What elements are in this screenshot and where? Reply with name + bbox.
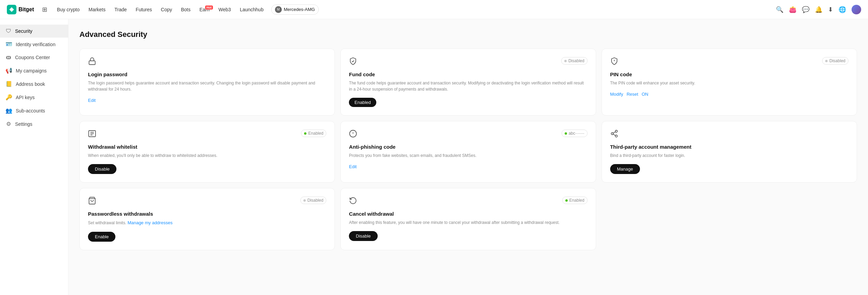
manage-addresses-link[interactable]: Manage my addresses [127,220,173,225]
sidebar-item-api-keys[interactable]: 🔑 API keys [0,91,68,104]
nav-markets[interactable]: Markets [84,5,110,14]
sponsor-link[interactable]: M Mercedes-AMG [271,4,319,15]
wallet-icon[interactable]: 👛 [789,6,796,13]
reset-button[interactable]: Reset [627,92,638,97]
status-dot [565,132,567,135]
nav-right-icons: 🔍 👛 💬 🔔 ⬇ 🌐 [776,5,861,14]
nav-copy[interactable]: Copy [157,5,176,14]
user-avatar[interactable] [852,5,861,14]
sidebar: 🛡 Security 🪪 Identity verification 🎟 Cou… [0,19,68,295]
users-icon: 👥 [5,107,12,114]
nav-buy-crypto[interactable]: Buy crypto [53,5,84,14]
password-icon [88,57,96,67]
status-label: Disabled [829,58,845,63]
status-disabled: Disabled [561,57,588,65]
sidebar-label-api-keys: API keys [16,95,35,100]
card-actions: Disable [349,231,587,241]
edit-button[interactable]: Edit [88,98,96,103]
card-desc: The PIN code will enhance your asset sec… [610,80,848,86]
address-book-icon: 📒 [5,81,12,87]
card-passwordless: Disabled Passwordless withdrawals Set wi… [79,188,335,250]
card-actions: Manage [610,164,848,174]
card-desc: The login password helps guarantee accou… [88,80,326,92]
card-actions: Modify Reset ON [610,92,848,97]
card-login-password: Login password The login password helps … [79,49,335,116]
svg-line-16 [613,132,615,133]
passwordless-icon [88,197,96,207]
card-desc: Protects you from fake websites, scam em… [349,152,587,159]
card-header: Disabled [349,57,587,67]
svg-rect-2 [89,61,95,65]
sidebar-item-address-book[interactable]: 📒 Address book [0,77,68,91]
page-title: Advanced Security [79,30,857,39]
manage-button[interactable]: Manage [610,164,640,174]
modify-button[interactable]: Modify [610,92,623,97]
sidebar-label-settings: Settings [15,121,33,127]
svg-line-15 [613,134,615,136]
card-header: Disabled [610,57,848,67]
card-header: Enabled [349,197,587,207]
card-header: Disabled [88,197,326,207]
sidebar-item-sub-accounts[interactable]: 👥 Sub-accounts [0,104,68,117]
settings-icon: ⚙ [5,121,12,127]
status-label: Enabled [308,131,323,136]
nav-trade[interactable]: Trade [110,5,131,14]
globe-icon[interactable]: 🌐 [839,6,846,13]
svg-point-1 [11,9,13,11]
nav-bots[interactable]: Bots [177,5,194,14]
card-actions: Edit [88,98,326,103]
edit-button[interactable]: Edit [349,164,356,169]
nav-launchhub[interactable]: Launchhub [236,5,267,14]
key-icon: 🔑 [5,94,12,100]
card-header [88,57,326,67]
nav-earn[interactable]: Earn Hot [196,5,214,14]
card-cancel-withdrawal: Enabled Cancel withdrawal After enabling… [340,188,596,250]
card-title: Login password [88,71,326,77]
card-title: PIN code [610,71,848,77]
disable-button[interactable]: Disable [88,164,116,174]
card-actions: Disable [88,164,326,174]
logo-text: Bitget [18,6,34,13]
download-icon[interactable]: ⬇ [828,6,833,13]
shield-icon: 🛡 [5,28,12,34]
main-layout: 🛡 Security 🪪 Identity verification 🎟 Cou… [0,19,868,295]
message-icon[interactable]: 💬 [802,6,809,13]
card-title: Third-party account management [610,144,848,150]
grid-icon[interactable]: ⊞ [42,6,47,13]
sidebar-item-coupons[interactable]: 🎟 Coupons Center [0,51,68,64]
card-title: Fund code [349,71,587,77]
sidebar-label-identity: Identity verification [16,42,55,47]
bell-icon[interactable]: 🔔 [815,6,822,13]
sidebar-item-campaigns[interactable]: 📢 My campaigns [0,64,68,77]
disable-button[interactable]: Disable [349,231,377,241]
sidebar-item-settings[interactable]: ⚙ Settings [0,117,68,131]
status-code: abc········ [562,130,588,137]
svg-point-13 [611,133,613,135]
card-anti-phishing: abc········ Anti-phishing code Protects … [340,121,596,183]
svg-point-14 [615,135,617,137]
card-desc: Set withdrawal limits. Manage my address… [88,219,326,226]
card-title: Cancel withdrawal [349,211,587,217]
nav-futures[interactable]: Futures [131,5,156,14]
card-title: Anti-phishing code [349,144,587,150]
status-enabled: Enabled [301,130,326,137]
security-cards-grid: Login password The login password helps … [79,49,857,250]
logo[interactable]: Bitget [7,5,34,14]
hot-badge: Hot [205,5,213,10]
nav-web3[interactable]: Web3 [214,5,235,14]
search-icon[interactable]: 🔍 [776,6,783,13]
sidebar-item-security[interactable]: 🛡 Security [0,25,68,38]
enable-button[interactable]: Enable [88,232,115,242]
svg-point-12 [615,130,617,132]
status-dot [304,132,306,135]
card-actions: Enable [88,232,326,242]
whitelist-icon [88,130,96,140]
sponsor-name: Mercedes-AMG [284,7,315,12]
sidebar-item-identity[interactable]: 🪪 Identity verification [0,38,68,51]
nav-links: Buy crypto Markets Trade Futures Copy Bo… [53,4,776,15]
card-withdrawal-whitelist: Enabled Withdrawal whitelist When enable… [79,121,335,183]
main-content: Advanced Security Login password The log… [68,19,868,295]
status-dot [825,60,828,62]
card-third-party: Third-party account management Bind a th… [602,121,857,183]
sidebar-label-campaigns: My campaigns [16,68,47,73]
